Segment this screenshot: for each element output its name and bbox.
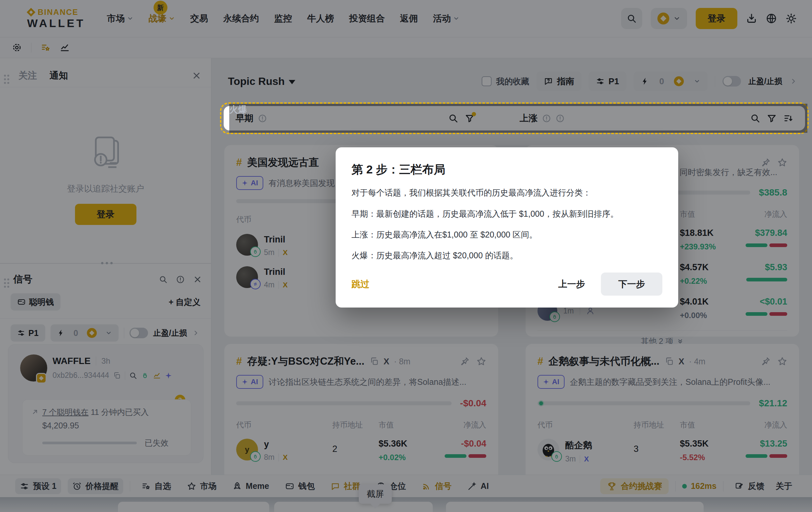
next-step-button[interactable]: 下一步 — [601, 273, 662, 296]
tab-hot[interactable]: 火爆 — [229, 104, 807, 133]
column-filter-bar: 早期 上涨 火爆 — [224, 106, 805, 131]
app-window: BINANCE WALLET 市场 新战壕 交易 永续合约 监控 牛人榜 投资组… — [0, 0, 812, 512]
modal-title: 第 2 步：三栏布局 — [351, 162, 662, 177]
onboarding-modal: 第 2 步：三栏布局 对于每个话题，我们根据其关联代币的历史最高净流入进行分类：… — [336, 147, 678, 308]
skip-button[interactable]: 跳过 — [351, 278, 369, 290]
modal-line-hot: 火爆：历史最高净流入超过 $20,000 的话题。 — [351, 250, 662, 261]
modal-line-rising: 上涨：历史最高净流入在$1,000 至 $20,000 区间。 — [351, 229, 662, 240]
onboarding-highlight: 早期 上涨 火爆 — [220, 103, 809, 134]
modal-line-early: 早期：最新创建的话题，历史最高净流入低于 $1,000，按从新到旧排序。 — [351, 208, 662, 219]
previous-step-button[interactable]: 上一步 — [558, 278, 585, 290]
modal-intro: 对于每个话题，我们根据其关联代币的历史最高净流入进行分类： — [351, 187, 662, 199]
